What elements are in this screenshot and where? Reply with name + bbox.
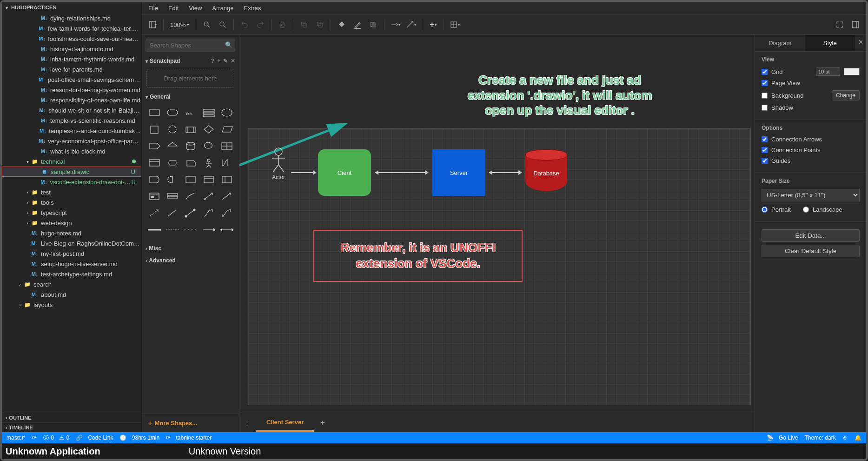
pageview-checkbox[interactable] — [762, 80, 768, 86]
landscape-radio[interactable] — [803, 207, 809, 213]
file-what-is-bio-clock-md[interactable]: M↓what-is-bio-clock.md — [2, 146, 141, 156]
menu-extras[interactable]: Extras — [244, 5, 261, 12]
tabnine[interactable]: ⟳ tabnine starter — [166, 434, 212, 441]
shape-0[interactable] — [146, 106, 162, 120]
file-dying-relationships-md[interactable]: M↓dying-relationships.md — [2, 13, 141, 23]
notifications-icon[interactable]: 🔔 — [855, 434, 861, 441]
file-sample-drawio[interactable]: 🗎sample.drawioU — [2, 167, 141, 177]
shape-16[interactable] — [165, 156, 180, 170]
shape-24[interactable] — [219, 173, 234, 187]
close-panel-icon[interactable]: ✕ — [855, 35, 866, 51]
shape-5[interactable] — [146, 122, 162, 136]
shape-10[interactable] — [146, 139, 162, 153]
shape-25[interactable] — [146, 189, 162, 203]
shape-29[interactable] — [219, 189, 234, 203]
server-shape[interactable]: Server — [432, 149, 485, 196]
waypoint-icon[interactable]: ▾ — [404, 18, 418, 32]
shadow-checkbox[interactable] — [762, 105, 768, 111]
shape-2[interactable]: Text — [183, 106, 198, 120]
shape-19[interactable] — [219, 156, 234, 170]
arrow-server-db[interactable] — [489, 172, 522, 173]
view-mode-icon[interactable]: ▾ — [146, 18, 159, 32]
shape-6[interactable] — [165, 122, 180, 136]
shape-33[interactable] — [201, 206, 216, 220]
shape-15[interactable] — [146, 156, 162, 170]
menu-file[interactable]: File — [148, 5, 158, 12]
fullscreen-icon[interactable] — [833, 18, 847, 32]
shape-35[interactable] — [146, 223, 162, 237]
file-temple-vs-scientific-reasons-md[interactable]: M↓temple-vs-scientific-reasons.md — [2, 115, 141, 126]
file-my-first-post-md[interactable]: M↓my-first-post.md — [2, 248, 141, 259]
menubar[interactable]: FileEditViewArrangeExtras — [142, 2, 866, 14]
add-icon[interactable]: + — [217, 58, 220, 64]
canvas[interactable]: Create a new file and just ad extension … — [239, 35, 755, 413]
file-inba-tamizh-rhythmic-words-md[interactable]: M↓inba-tamizh-rhythmic-words.md — [2, 54, 141, 64]
zoom-out-icon[interactable] — [216, 18, 230, 32]
outline-panel[interactable]: ›OUTLINE — [2, 413, 141, 422]
explorer-header[interactable]: ▾HUGOPRACTICES — [2, 2, 141, 13]
shape-17[interactable] — [183, 156, 198, 170]
background-checkbox[interactable] — [762, 93, 768, 99]
file-tree[interactable]: M↓dying-relationships.mdM↓few-tamil-word… — [2, 13, 141, 413]
shape-37[interactable] — [183, 223, 198, 237]
scratchpad-header[interactable]: ▾Scratchpad ?+✎✕ — [142, 56, 239, 66]
file-about-md[interactable]: M↓about.md — [2, 289, 141, 300]
file-history-of-ajinomoto-md[interactable]: M↓history-of-ajinomoto.md — [2, 44, 141, 54]
arrow-client-server[interactable] — [375, 172, 428, 173]
file-vscode-extension-draw-dot-i-[interactable]: M↓vscode-extension-draw-dot-i…U — [2, 177, 141, 187]
guides-checkbox[interactable] — [762, 158, 768, 164]
diagram-page[interactable]: Create a new file and just ad extension … — [248, 128, 751, 405]
page-tab-active[interactable]: Client Server — [256, 414, 314, 432]
close-icon[interactable]: ✕ — [231, 58, 235, 64]
shape-3[interactable] — [201, 106, 216, 120]
shape-1[interactable] — [165, 106, 180, 120]
page-menu-icon[interactable]: ⋮ — [239, 419, 254, 426]
table-icon[interactable]: ▾ — [448, 18, 462, 32]
folder-web-design[interactable]: ›📁web-design — [2, 218, 141, 228]
client-shape[interactable]: Cient — [318, 149, 371, 196]
file-live-blog-on-raghsonlinedotcom-[interactable]: M↓Live-Blog-on-RaghsOnlineDotCom-… — [2, 238, 141, 248]
grid-size-input[interactable] — [816, 67, 840, 76]
shape-23[interactable] — [201, 173, 216, 187]
sync-icon[interactable]: ⟳ — [32, 434, 37, 441]
folder-layouts[interactable]: ›📁layouts — [2, 300, 141, 310]
search-shapes-input[interactable] — [146, 39, 235, 52]
shadow-icon[interactable] — [366, 18, 380, 32]
file-few-tamil-words-for-techical-terms-[interactable]: M↓few-tamil-words-for-techical-terms.… — [2, 23, 141, 33]
undo-icon[interactable] — [238, 18, 252, 32]
shape-27[interactable] — [183, 189, 198, 203]
to-front-icon[interactable] — [297, 18, 311, 32]
file-foolishness-could-save-our-heads-[interactable]: M↓foolishness-could-save-our-heads.… — [2, 33, 141, 44]
file-temples-in-and-around-kumbako-[interactable]: M↓temples-in--and-around-kumbako… — [2, 126, 141, 136]
zoom-in-icon[interactable] — [200, 18, 214, 32]
arrow-actor-client[interactable] — [291, 172, 316, 173]
shape-31[interactable] — [165, 206, 180, 220]
conn-points-checkbox[interactable] — [762, 147, 768, 153]
clear-style-button[interactable]: Clear Default Style — [762, 245, 860, 257]
redo-icon[interactable] — [253, 18, 267, 32]
shape-11[interactable] — [165, 139, 180, 153]
file-post-office-small-savings-scheme-f-[interactable]: M↓post-office-small-savings-scheme-f… — [2, 74, 141, 85]
shape-9[interactable] — [219, 122, 234, 136]
file-very-economical-post-office-parcel-[interactable]: M↓very-economical-post-office-parcel… — [2, 136, 141, 146]
folder-technical[interactable]: ▾📁technical — [2, 156, 141, 167]
git-branch[interactable]: master* — [7, 434, 26, 441]
general-category[interactable]: ▾General — [142, 91, 239, 103]
shape-7[interactable] — [183, 122, 198, 136]
paper-size-select[interactable]: US-Letter (8,5" x 11") — [762, 189, 860, 201]
grid-checkbox[interactable] — [762, 69, 768, 75]
problems[interactable]: ⓧ0 ⚠0 — [43, 434, 69, 442]
tab-diagram[interactable]: Diagram — [755, 35, 805, 51]
fill-color-icon[interactable] — [335, 18, 349, 32]
shape-32[interactable] — [183, 206, 198, 220]
shape-4[interactable] — [219, 106, 234, 120]
file-setup-hugo-in-live-server-md[interactable]: M↓setup-hugo-in-live-server.md — [2, 259, 141, 269]
shape-20[interactable] — [146, 173, 162, 187]
edit-icon[interactable]: ✎ — [223, 58, 228, 64]
shape-14[interactable] — [219, 139, 234, 153]
wakatime[interactable]: 🕓 98hrs 1min — [119, 434, 159, 441]
file-hugo-notes-md[interactable]: M↓hugo-notes.md — [2, 228, 141, 238]
actor-shape[interactable]: Actor — [267, 147, 290, 180]
shape-21[interactable] — [165, 173, 180, 187]
to-back-icon[interactable] — [313, 18, 327, 32]
